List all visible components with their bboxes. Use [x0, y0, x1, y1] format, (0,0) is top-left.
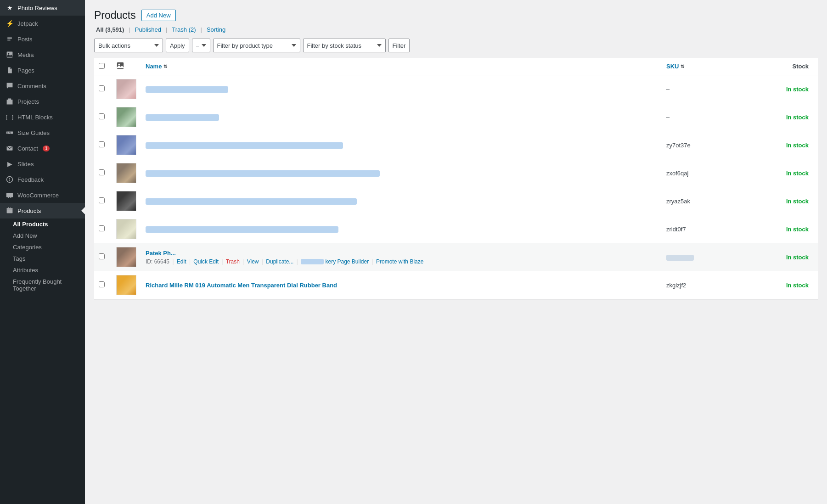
row-checkbox[interactable]: [99, 225, 105, 231]
add-new-button[interactable]: Add New: [141, 10, 176, 21]
sidebar-item-label: Products: [17, 207, 41, 214]
sidebar-item-media[interactable]: Media: [0, 47, 85, 62]
sidebar-item-products[interactable]: Products: [0, 203, 85, 218]
extra-select[interactable]: –: [192, 39, 210, 52]
trash-link[interactable]: Trash: [226, 258, 240, 265]
woocommerce-icon: [6, 191, 14, 199]
sidebar-sub-item-all-products[interactable]: All Products: [0, 218, 85, 230]
stock-status: In stock: [786, 86, 809, 93]
sidebar-sub-item-frequently-bought[interactable]: Frequently Bought Together: [0, 276, 85, 294]
star-icon: ★: [6, 4, 14, 12]
sidebar-item-label: Photo Reviews: [17, 5, 57, 11]
sidebar-item-feedback[interactable]: Feedback: [0, 172, 85, 187]
row-checkbox[interactable]: [99, 85, 105, 91]
sidebar-item-posts[interactable]: Posts: [0, 31, 85, 47]
jetpack-icon: ⚡: [6, 19, 14, 28]
sep1: |: [129, 26, 130, 33]
sub-nav-trash[interactable]: Trash (2): [170, 25, 197, 34]
sort-sku-arrow: ⇅: [681, 64, 684, 69]
slides-icon: ▶: [6, 160, 14, 168]
sub-nav-all[interactable]: All (3,591): [94, 25, 126, 34]
sidebar-item-slides[interactable]: ▶ Slides: [0, 156, 85, 172]
sidebar-item-label: HTML Blocks: [17, 114, 53, 121]
sidebar-sub-item-attributes[interactable]: Attributes: [0, 264, 85, 276]
sidebar-sub-label: Frequently Bought Together: [13, 278, 79, 292]
product-image-cell: [112, 75, 141, 103]
bulk-actions-select[interactable]: Bulk actions: [94, 39, 163, 52]
sidebar-item-html-blocks[interactable]: [ ] HTML Blocks: [0, 109, 85, 125]
product-name-blurred: [146, 86, 228, 93]
row-checkbox[interactable]: [99, 197, 105, 203]
sidebar-item-label: Contact: [17, 145, 38, 152]
contact-icon: [6, 144, 14, 152]
product-sku-cell: zy7ot37e: [662, 131, 744, 159]
sidebar-sub-item-add-new[interactable]: Add New: [0, 230, 85, 241]
edit-link[interactable]: Edit: [177, 258, 186, 265]
row-checkbox[interactable]: [99, 169, 105, 175]
sidebar-sub-label: Add New: [13, 232, 37, 239]
sep2: |: [166, 26, 167, 33]
promote-link[interactable]: Promote with Blaze: [376, 258, 423, 265]
row-checkbox[interactable]: [99, 113, 105, 119]
sidebar: ★ Photo Reviews ⚡ Jetpack Posts Media Pa…: [0, 0, 85, 504]
row-checkbox[interactable]: [99, 141, 105, 147]
sidebar-item-pages[interactable]: Pages: [0, 62, 85, 78]
posts-icon: [6, 35, 14, 43]
sidebar-item-label: Slides: [17, 161, 34, 168]
bakery-link[interactable]: kery Page Builder: [325, 258, 369, 265]
sidebar-item-label: Media: [17, 51, 34, 58]
product-name-link[interactable]: Patek Ph...: [146, 250, 176, 257]
html-blocks-icon: [ ]: [6, 113, 14, 121]
sub-nav-published[interactable]: Published: [133, 25, 163, 34]
table-header-row: Name ⇅ SKU ⇅ Stock: [94, 58, 818, 75]
table-row: – In stock: [94, 103, 818, 131]
sku-blurred: [666, 255, 694, 261]
sidebar-item-projects[interactable]: Projects: [0, 94, 85, 109]
sidebar-sub-item-categories[interactable]: Categories: [0, 241, 85, 253]
product-thumbnail: [116, 107, 136, 127]
table-row: Richard Mille RM 019 Automatic Men Trans…: [94, 271, 818, 299]
page-title: Products: [94, 9, 136, 22]
product-name-cell: Patek Ph... ID: 66645 | Edit | Quick Edi…: [141, 243, 662, 271]
row-checkbox[interactable]: [99, 281, 105, 287]
product-thumbnail: [116, 163, 136, 183]
sidebar-sub-item-tags[interactable]: Tags: [0, 253, 85, 264]
sort-sku-link[interactable]: SKU ⇅: [666, 63, 740, 70]
sidebar-item-label: Comments: [17, 83, 46, 90]
pages-icon: [6, 66, 14, 74]
filter-button[interactable]: Filter: [388, 39, 410, 52]
stock-status: In stock: [786, 198, 809, 205]
row-checkbox[interactable]: [99, 253, 105, 259]
svg-point-8: [8, 197, 9, 198]
product-thumbnail: [116, 219, 136, 239]
product-thumbnail: [116, 275, 136, 295]
product-name-link[interactable]: Richard Mille RM 019 Automatic Men Trans…: [146, 282, 337, 289]
stock-status: In stock: [786, 114, 809, 121]
sort-name-link[interactable]: Name ⇅: [146, 63, 657, 70]
products-arrow: [81, 207, 85, 214]
select-all-checkbox[interactable]: [99, 63, 105, 69]
col-header-name: Name ⇅: [141, 58, 662, 75]
product-name-cell: [141, 75, 662, 103]
apply-button[interactable]: Apply: [166, 39, 189, 52]
sidebar-item-size-guides[interactable]: Size Guides: [0, 125, 85, 140]
svg-rect-10: [7, 208, 13, 213]
sub-nav-sorting[interactable]: Sorting: [205, 25, 227, 34]
product-name-cell: Richard Mille RM 019 Automatic Men Trans…: [141, 271, 662, 299]
sidebar-item-photo-reviews[interactable]: ★ Photo Reviews: [0, 0, 85, 16]
product-sku-cell: zxof6qaj: [662, 159, 744, 187]
product-name-cell: [141, 103, 662, 131]
feedback-icon: [6, 175, 14, 184]
duplicate-link[interactable]: Duplicate...: [266, 258, 293, 265]
stock-status-select[interactable]: Filter by stock status: [303, 39, 386, 52]
sidebar-item-woocommerce[interactable]: WooCommerce: [0, 187, 85, 203]
sidebar-item-jetpack[interactable]: ⚡ Jetpack: [0, 16, 85, 31]
sidebar-item-contact[interactable]: Contact 1: [0, 140, 85, 156]
product-type-select[interactable]: Filter by product type: [213, 39, 300, 52]
view-link[interactable]: View: [247, 258, 259, 265]
sub-nav: All (3,591) | Published | Trash (2) | So…: [94, 25, 818, 34]
sidebar-item-label: Feedback: [17, 176, 44, 183]
sidebar-item-comments[interactable]: Comments: [0, 78, 85, 94]
quick-edit-link[interactable]: Quick Edit: [193, 258, 219, 265]
svg-rect-7: [6, 193, 13, 197]
